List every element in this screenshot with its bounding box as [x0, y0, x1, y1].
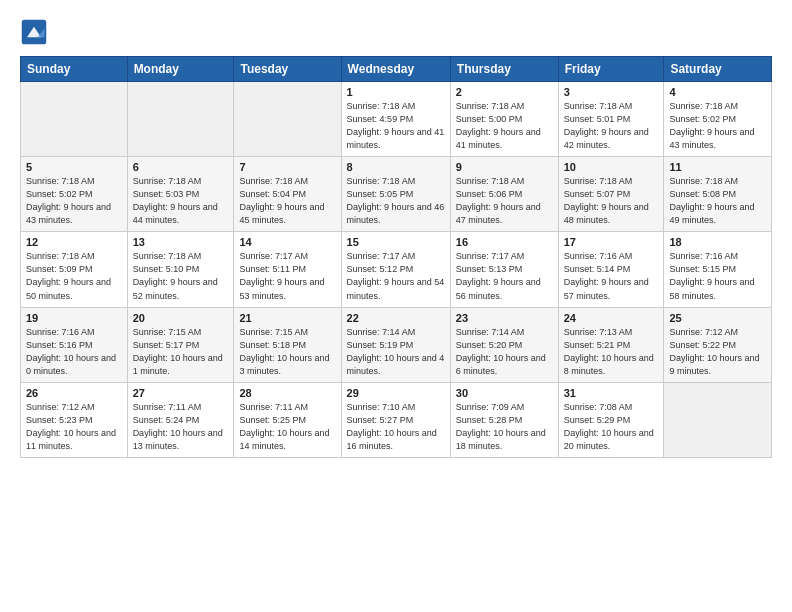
calendar-week-row: 19Sunrise: 7:16 AM Sunset: 5:16 PM Dayli… — [21, 307, 772, 382]
day-number: 16 — [456, 236, 553, 248]
calendar-cell: 23Sunrise: 7:14 AM Sunset: 5:20 PM Dayli… — [450, 307, 558, 382]
day-number: 25 — [669, 312, 766, 324]
calendar-cell: 7Sunrise: 7:18 AM Sunset: 5:04 PM Daylig… — [234, 157, 341, 232]
calendar-cell: 18Sunrise: 7:16 AM Sunset: 5:15 PM Dayli… — [664, 232, 772, 307]
day-info: Sunrise: 7:12 AM Sunset: 5:22 PM Dayligh… — [669, 326, 766, 378]
day-info: Sunrise: 7:18 AM Sunset: 5:04 PM Dayligh… — [239, 175, 335, 227]
day-info: Sunrise: 7:15 AM Sunset: 5:18 PM Dayligh… — [239, 326, 335, 378]
page: SundayMondayTuesdayWednesdayThursdayFrid… — [0, 0, 792, 476]
day-info: Sunrise: 7:18 AM Sunset: 4:59 PM Dayligh… — [347, 100, 445, 152]
day-info: Sunrise: 7:10 AM Sunset: 5:27 PM Dayligh… — [347, 401, 445, 453]
day-info: Sunrise: 7:12 AM Sunset: 5:23 PM Dayligh… — [26, 401, 122, 453]
calendar-cell: 21Sunrise: 7:15 AM Sunset: 5:18 PM Dayli… — [234, 307, 341, 382]
day-number: 29 — [347, 387, 445, 399]
day-info: Sunrise: 7:18 AM Sunset: 5:09 PM Dayligh… — [26, 250, 122, 302]
day-number: 3 — [564, 86, 659, 98]
calendar-cell: 25Sunrise: 7:12 AM Sunset: 5:22 PM Dayli… — [664, 307, 772, 382]
calendar-cell: 9Sunrise: 7:18 AM Sunset: 5:06 PM Daylig… — [450, 157, 558, 232]
weekday-header-friday: Friday — [558, 57, 664, 82]
calendar-cell: 4Sunrise: 7:18 AM Sunset: 5:02 PM Daylig… — [664, 82, 772, 157]
day-info: Sunrise: 7:18 AM Sunset: 5:06 PM Dayligh… — [456, 175, 553, 227]
calendar-cell: 15Sunrise: 7:17 AM Sunset: 5:12 PM Dayli… — [341, 232, 450, 307]
weekday-header-monday: Monday — [127, 57, 234, 82]
calendar-cell: 14Sunrise: 7:17 AM Sunset: 5:11 PM Dayli… — [234, 232, 341, 307]
day-number: 31 — [564, 387, 659, 399]
day-number: 4 — [669, 86, 766, 98]
day-info: Sunrise: 7:16 AM Sunset: 5:15 PM Dayligh… — [669, 250, 766, 302]
day-info: Sunrise: 7:18 AM Sunset: 5:01 PM Dayligh… — [564, 100, 659, 152]
calendar-cell: 1Sunrise: 7:18 AM Sunset: 4:59 PM Daylig… — [341, 82, 450, 157]
day-number: 9 — [456, 161, 553, 173]
calendar-cell: 5Sunrise: 7:18 AM Sunset: 5:02 PM Daylig… — [21, 157, 128, 232]
weekday-header-tuesday: Tuesday — [234, 57, 341, 82]
day-number: 18 — [669, 236, 766, 248]
calendar-week-row: 26Sunrise: 7:12 AM Sunset: 5:23 PM Dayli… — [21, 382, 772, 457]
weekday-header-wednesday: Wednesday — [341, 57, 450, 82]
day-info: Sunrise: 7:18 AM Sunset: 5:08 PM Dayligh… — [669, 175, 766, 227]
logo — [20, 18, 52, 46]
day-info: Sunrise: 7:18 AM Sunset: 5:00 PM Dayligh… — [456, 100, 553, 152]
calendar-cell: 30Sunrise: 7:09 AM Sunset: 5:28 PM Dayli… — [450, 382, 558, 457]
day-info: Sunrise: 7:16 AM Sunset: 5:14 PM Dayligh… — [564, 250, 659, 302]
calendar-cell: 26Sunrise: 7:12 AM Sunset: 5:23 PM Dayli… — [21, 382, 128, 457]
calendar-week-row: 1Sunrise: 7:18 AM Sunset: 4:59 PM Daylig… — [21, 82, 772, 157]
calendar-cell — [21, 82, 128, 157]
calendar-cell: 17Sunrise: 7:16 AM Sunset: 5:14 PM Dayli… — [558, 232, 664, 307]
calendar-cell: 24Sunrise: 7:13 AM Sunset: 5:21 PM Dayli… — [558, 307, 664, 382]
day-number: 12 — [26, 236, 122, 248]
calendar-cell: 13Sunrise: 7:18 AM Sunset: 5:10 PM Dayli… — [127, 232, 234, 307]
day-number: 21 — [239, 312, 335, 324]
day-number: 13 — [133, 236, 229, 248]
day-info: Sunrise: 7:18 AM Sunset: 5:05 PM Dayligh… — [347, 175, 445, 227]
day-info: Sunrise: 7:18 AM Sunset: 5:02 PM Dayligh… — [26, 175, 122, 227]
day-number: 19 — [26, 312, 122, 324]
calendar-cell — [127, 82, 234, 157]
calendar-cell: 11Sunrise: 7:18 AM Sunset: 5:08 PM Dayli… — [664, 157, 772, 232]
day-info: Sunrise: 7:14 AM Sunset: 5:20 PM Dayligh… — [456, 326, 553, 378]
day-info: Sunrise: 7:17 AM Sunset: 5:12 PM Dayligh… — [347, 250, 445, 302]
calendar-cell: 6Sunrise: 7:18 AM Sunset: 5:03 PM Daylig… — [127, 157, 234, 232]
weekday-header-row: SundayMondayTuesdayWednesdayThursdayFrid… — [21, 57, 772, 82]
day-number: 30 — [456, 387, 553, 399]
day-info: Sunrise: 7:13 AM Sunset: 5:21 PM Dayligh… — [564, 326, 659, 378]
day-info: Sunrise: 7:17 AM Sunset: 5:11 PM Dayligh… — [239, 250, 335, 302]
day-number: 6 — [133, 161, 229, 173]
day-number: 23 — [456, 312, 553, 324]
calendar-week-row: 12Sunrise: 7:18 AM Sunset: 5:09 PM Dayli… — [21, 232, 772, 307]
day-info: Sunrise: 7:17 AM Sunset: 5:13 PM Dayligh… — [456, 250, 553, 302]
day-number: 2 — [456, 86, 553, 98]
calendar-cell: 16Sunrise: 7:17 AM Sunset: 5:13 PM Dayli… — [450, 232, 558, 307]
day-number: 1 — [347, 86, 445, 98]
day-number: 11 — [669, 161, 766, 173]
day-info: Sunrise: 7:18 AM Sunset: 5:02 PM Dayligh… — [669, 100, 766, 152]
day-info: Sunrise: 7:11 AM Sunset: 5:25 PM Dayligh… — [239, 401, 335, 453]
day-number: 8 — [347, 161, 445, 173]
day-info: Sunrise: 7:15 AM Sunset: 5:17 PM Dayligh… — [133, 326, 229, 378]
day-number: 22 — [347, 312, 445, 324]
calendar-table: SundayMondayTuesdayWednesdayThursdayFrid… — [20, 56, 772, 458]
day-info: Sunrise: 7:16 AM Sunset: 5:16 PM Dayligh… — [26, 326, 122, 378]
weekday-header-sunday: Sunday — [21, 57, 128, 82]
calendar-cell: 27Sunrise: 7:11 AM Sunset: 5:24 PM Dayli… — [127, 382, 234, 457]
calendar-cell: 22Sunrise: 7:14 AM Sunset: 5:19 PM Dayli… — [341, 307, 450, 382]
day-info: Sunrise: 7:08 AM Sunset: 5:29 PM Dayligh… — [564, 401, 659, 453]
day-info: Sunrise: 7:18 AM Sunset: 5:10 PM Dayligh… — [133, 250, 229, 302]
day-info: Sunrise: 7:18 AM Sunset: 5:07 PM Dayligh… — [564, 175, 659, 227]
day-info: Sunrise: 7:09 AM Sunset: 5:28 PM Dayligh… — [456, 401, 553, 453]
logo-icon — [20, 18, 48, 46]
day-info: Sunrise: 7:11 AM Sunset: 5:24 PM Dayligh… — [133, 401, 229, 453]
day-number: 26 — [26, 387, 122, 399]
day-number: 15 — [347, 236, 445, 248]
calendar-week-row: 5Sunrise: 7:18 AM Sunset: 5:02 PM Daylig… — [21, 157, 772, 232]
day-number: 17 — [564, 236, 659, 248]
day-number: 27 — [133, 387, 229, 399]
header — [20, 18, 772, 46]
calendar-cell: 12Sunrise: 7:18 AM Sunset: 5:09 PM Dayli… — [21, 232, 128, 307]
day-number: 10 — [564, 161, 659, 173]
calendar-cell: 8Sunrise: 7:18 AM Sunset: 5:05 PM Daylig… — [341, 157, 450, 232]
weekday-header-saturday: Saturday — [664, 57, 772, 82]
day-number: 5 — [26, 161, 122, 173]
calendar-cell — [234, 82, 341, 157]
day-info: Sunrise: 7:18 AM Sunset: 5:03 PM Dayligh… — [133, 175, 229, 227]
day-number: 14 — [239, 236, 335, 248]
